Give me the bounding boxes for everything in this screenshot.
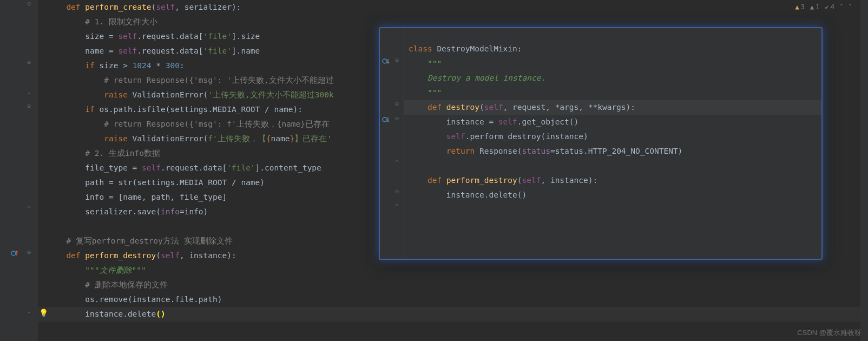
fold-marker[interactable]: ⌃ [27,205,31,212]
warning-green-count: 4 [831,3,834,11]
code-line[interactable] [409,159,821,173]
code-line[interactable]: instance = self.get_object() [409,115,821,129]
code-line[interactable]: """文件删除""" [38,263,868,278]
warning-green-badge[interactable]: ✔ 4 [825,3,834,11]
svg-point-2 [383,117,387,122]
code-line[interactable]: class DestroyModelMixin: [409,42,821,56]
fold-marker[interactable]: ⌃ [395,202,399,210]
fold-marker[interactable]: ⊖ [27,0,31,8]
code-line[interactable]: def destroy(self, request, *args, **kwar… [409,100,821,115]
override-up-icon[interactable] [11,249,21,259]
fold-marker[interactable]: ⊖ [27,58,31,66]
svg-point-1 [383,59,387,63]
fold-marker[interactable]: ⌄ [27,88,31,95]
fold-marker[interactable]: ⊖ [395,115,399,122]
quick-definition-popup: ⊖ ⊖ ⊖ ⌃ ⊖ ⌃ class DestroyModelMixin: """… [379,27,823,260]
popup-code-area[interactable]: class DestroyModelMixin: """ Destroy a m… [404,28,821,259]
fold-marker[interactable]: ⊖ [27,248,31,256]
warning-yellow-badge[interactable]: ▲ 3 [795,3,805,11]
code-line[interactable]: instance.delete() [409,188,821,202]
popup-gutter: ⊖ ⊖ ⊖ ⌃ ⊖ ⌃ [380,28,404,259]
code-line[interactable]: def perform_destroy(self, instance): [409,173,821,188]
svg-point-0 [11,251,16,255]
code-line[interactable]: instance.delete() [38,307,868,322]
override-down-icon[interactable] [382,115,392,125]
scrollbar[interactable] [860,0,868,341]
code-line[interactable]: """ [409,56,821,71]
gutter: ⊖ ⊖ ⌄ ⊖ ⌃ ⊖ ⌄ [0,0,38,341]
fold-marker[interactable]: ⊖ [395,56,399,64]
warning-triangle-icon: ▲ [795,3,799,11]
code-line[interactable]: self.perform_destroy(instance) [409,129,821,144]
code-line[interactable]: """ [409,86,821,100]
fold-marker[interactable]: ⊖ [395,100,399,108]
nav-down-icon[interactable]: ˅ [849,3,852,11]
code-line[interactable]: os.remove(instance.file.path) [38,292,868,307]
warning-gray-count: 1 [816,3,819,11]
nav-up-icon[interactable]: ˄ [840,3,843,11]
warning-triangle-icon: ▲ [810,3,814,11]
fold-marker[interactable]: ⌄ [27,307,31,314]
code-line[interactable]: return Response(status=status.HTTP_204_N… [409,144,821,159]
code-line[interactable]: # 删除本地保存的文件 [38,278,868,292]
watermark: CSDN @覆水难收呀 [797,328,862,338]
inspection-widget[interactable]: ▲ 3 ▲ 1 ✔ 4 ˄ ˅ [795,3,852,11]
fold-marker[interactable]: ⊖ [27,102,31,110]
checkmark-icon: ✔ [825,3,829,11]
fold-marker[interactable]: ⊖ [395,188,399,195]
code-line[interactable]: def perform_create(self, serializer): [38,0,868,15]
intention-bulb-icon[interactable]: 💡 [39,309,48,317]
override-down-icon[interactable] [382,57,392,67]
fold-marker[interactable]: ⌃ [395,159,399,166]
warning-yellow-count: 3 [801,3,805,11]
warning-gray-badge[interactable]: ▲ 1 [810,3,819,11]
code-line[interactable]: Destroy a model instance. [409,71,821,86]
